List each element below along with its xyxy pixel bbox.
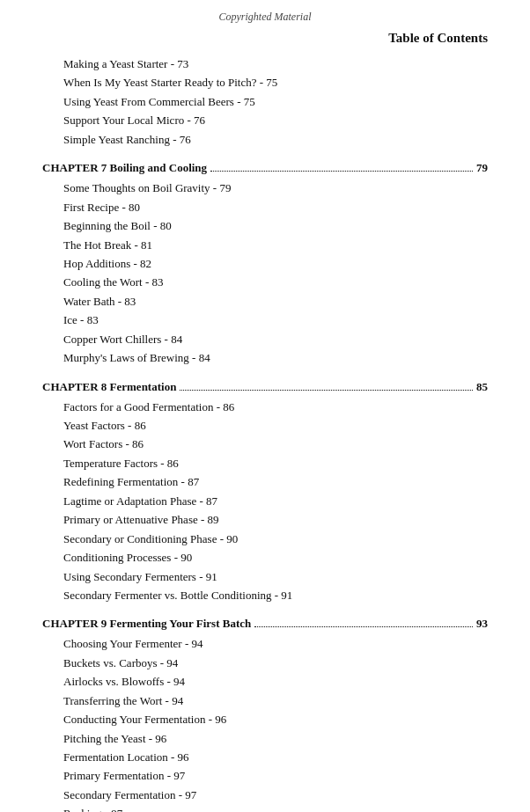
toc-item: Support Your Local Micro - 76	[63, 111, 488, 129]
toc-item: Primary or Attenuative Phase - 89	[63, 510, 488, 529]
toc-item: Transferring the Wort - 94	[63, 691, 488, 710]
toc-item: First Recipe - 80	[63, 198, 488, 216]
toc-item: Pitching the Yeast - 96	[63, 729, 488, 748]
toc-content: Making a Yeast Starter - 73When Is My Ye…	[0, 55, 530, 812]
toc-item: Hop Additions - 82	[63, 254, 488, 273]
toc-item: The Hot Break - 81	[63, 236, 488, 254]
toc-item: Conducting Your Fermentation - 96	[63, 710, 488, 728]
page: Copyrighted Material Table of Contents M…	[0, 0, 530, 812]
chapter-heading-1: CHAPTER 7 Boiling and Cooling79	[42, 161, 488, 175]
chapter-dots	[180, 390, 473, 391]
header-copyright: Copyrighted Material	[0, 0, 530, 29]
toc-item: Redefining Fermentation - 87	[63, 472, 488, 491]
toc-item: Secondary Fermenter vs. Bottle Condition…	[63, 586, 488, 604]
toc-item: Secondary Fermentation - 97	[63, 786, 488, 804]
toc-item: Airlocks vs. Blowoffs - 94	[63, 672, 488, 691]
chapter-items-3: Choosing Your Fermenter - 94Buckets vs. …	[42, 634, 488, 812]
chapter-dots	[210, 171, 473, 172]
chapter-label: CHAPTER 9 Fermenting Your First Batch	[42, 617, 251, 631]
toc-item: Lagtime or Adaptation Phase - 87	[63, 492, 488, 510]
toc-item: Choosing Your Fermenter - 94	[63, 634, 488, 653]
toc-item: Buckets vs. Carboys - 94	[63, 654, 488, 672]
toc-item: Cooling the Wort - 83	[63, 273, 488, 291]
toc-item: Some Thoughts on Boil Gravity - 79	[63, 179, 488, 197]
chapter-items-2: Factors for a Good Fermentation - 86Yeas…	[42, 398, 488, 605]
toc-item: Conditioning Processes - 90	[63, 548, 488, 567]
toc-item: When Is My Yeast Starter Ready to Pitch?…	[63, 73, 488, 91]
toc-item: Fermentation Location - 96	[63, 748, 488, 766]
toc-item: Copper Wort Chillers - 84	[63, 330, 488, 348]
header-title: Table of Contents	[0, 29, 530, 55]
toc-item: Murphy's Laws of Brewing - 84	[63, 348, 488, 367]
chapter-heading-2: CHAPTER 8 Fermentation85	[42, 380, 488, 394]
toc-item: Using Yeast From Commercial Beers - 75	[63, 92, 488, 111]
toc-item: Making a Yeast Starter - 73	[63, 55, 488, 73]
chapter-page: 79	[476, 161, 488, 175]
toc-item: Racking - 97	[63, 804, 488, 812]
chapter-dots	[254, 626, 473, 627]
chapter-label: CHAPTER 8 Fermentation	[42, 380, 176, 394]
toc-item: Water Bath - 83	[63, 292, 488, 311]
chapter-items-1: Some Thoughts on Boil Gravity - 79First …	[42, 179, 488, 367]
toc-item: Yeast Factors - 86	[63, 416, 488, 435]
toc-item: Secondary or Conditioning Phase - 90	[63, 530, 488, 548]
chapter-page: 85	[476, 380, 488, 394]
toc-item: Factors for a Good Fermentation - 86	[63, 398, 488, 416]
toc-item: Primary Fermentation - 97	[63, 766, 488, 785]
chapter-heading-3: CHAPTER 9 Fermenting Your First Batch93	[42, 617, 488, 631]
toc-item: Temperature Factors - 86	[63, 454, 488, 472]
toc-item: Simple Yeast Ranching - 76	[63, 130, 488, 149]
chapter-label: CHAPTER 7 Boiling and Cooling	[42, 161, 207, 175]
chapter-page: 93	[476, 617, 488, 631]
toc-intro-items: Making a Yeast Starter - 73When Is My Ye…	[42, 55, 488, 149]
toc-item: Beginning the Boil - 80	[63, 216, 488, 235]
toc-item: Wort Factors - 86	[63, 435, 488, 453]
toc-item: Ice - 83	[63, 311, 488, 329]
toc-item: Using Secondary Fermenters - 91	[63, 567, 488, 586]
